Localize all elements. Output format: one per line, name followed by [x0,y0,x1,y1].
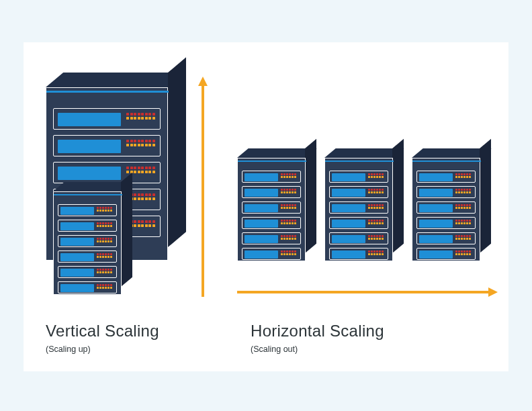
diagram-panel: Vertical Scaling (Scaling up) Horizontal… [24,42,508,371]
small-server-icon [53,182,133,295]
vertical-arrow-icon [198,77,208,297]
vertical-label-group: Vertical Scaling (Scaling up) [46,322,159,354]
horizontal-server-1-icon [237,148,317,261]
horizontal-label-group: Horizontal Scaling (Scaling out) [251,322,384,354]
horizontal-server-2-icon [324,148,404,261]
horizontal-arrow-icon [237,287,498,297]
horizontal-server-3-icon [412,148,492,261]
horizontal-subtitle: (Scaling out) [251,345,384,354]
vertical-title: Vertical Scaling [46,322,159,340]
vertical-subtitle: (Scaling up) [46,345,159,354]
horizontal-title: Horizontal Scaling [251,322,384,340]
